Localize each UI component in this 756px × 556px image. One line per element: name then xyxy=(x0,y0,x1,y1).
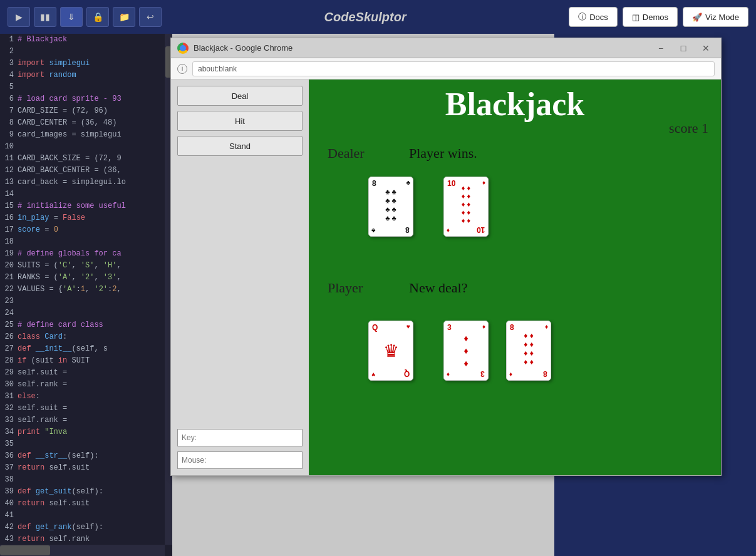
browser-titlebar: Blackjack - Google Chrome − □ ✕ xyxy=(171,38,721,58)
browser-title: Blackjack - Google Chrome xyxy=(194,43,647,53)
docs-button[interactable]: ⓘ Docs xyxy=(569,7,618,27)
undo-button[interactable]: ↩ xyxy=(139,7,162,27)
controls-panel: Deal Hit Stand xyxy=(171,80,309,475)
code-content: 1# Blackjack 2 3import simplegui 4import… xyxy=(0,34,172,545)
stand-button[interactable]: Stand xyxy=(177,136,303,156)
close-button[interactable]: ✕ xyxy=(697,42,715,54)
dealer-label: Dealer xyxy=(328,145,365,162)
app-container: ▶ ▮▮ ⇓ 🔒 📁 ↩ CodeSkulptor ⓘ Docs ◫ Demos… xyxy=(0,0,756,556)
dealer-card-2: 10 ♦ ♦♦ ♦♦ ♦♦ ♦♦ ♦ 10 ♦ ♦ xyxy=(443,177,489,237)
play-button[interactable]: ▶ xyxy=(8,7,30,27)
player-card-1: Q ♛ Q ♥ ♥ xyxy=(368,321,413,381)
info-icon: ⓘ xyxy=(578,11,586,23)
horizontal-scrollbar[interactable] xyxy=(0,545,165,556)
dealer-card-1: 8 ♣ ♣♣ ♣♣ ♣♣ ♣ 8 ♣ ♣ xyxy=(368,177,413,237)
key-field[interactable] xyxy=(177,429,303,446)
toolbar-right: ⓘ Docs ◫ Demos 🚀 Viz Mode xyxy=(569,7,748,27)
player-wins-label: Player wins. xyxy=(409,145,477,162)
demos-icon: ◫ xyxy=(632,13,639,22)
viz-mode-button[interactable]: 🚀 Viz Mode xyxy=(683,7,748,27)
app-title: CodeSkulptor xyxy=(165,10,565,24)
game-title: Blackjack xyxy=(309,86,721,123)
maximize-button[interactable]: □ xyxy=(675,42,692,54)
deal-button[interactable]: Deal xyxy=(177,86,303,106)
hit-button[interactable]: Hit xyxy=(177,111,303,131)
browser-controls: − □ ✕ xyxy=(652,42,715,54)
new-deal-label: New deal? xyxy=(409,280,467,296)
score-text: score 1 xyxy=(669,120,708,136)
address-bar[interactable] xyxy=(192,61,715,76)
player-card-2: 3 ♦♦♦ 3 ♦ ♦ xyxy=(443,321,489,381)
browser-window: Blackjack - Google Chrome − □ ✕ i Deal H… xyxy=(170,38,722,476)
upload-button[interactable]: 🔒 xyxy=(86,7,109,27)
browser-addressbar: i xyxy=(171,58,721,80)
player-label: Player xyxy=(328,280,363,296)
toolbar: ▶ ▮▮ ⇓ 🔒 📁 ↩ CodeSkulptor ⓘ Docs ◫ Demos… xyxy=(0,0,756,34)
browser-body: Deal Hit Stand Blackjack score 1 Dealer … xyxy=(171,80,721,475)
chrome-icon xyxy=(177,43,189,54)
code-editor[interactable]: 1# Blackjack 2 3import simplegui 4import… xyxy=(0,34,172,556)
download-button[interactable]: ⇓ xyxy=(60,7,83,27)
viz-icon: 🚀 xyxy=(692,13,702,22)
info-icon: i xyxy=(177,64,187,74)
minimize-button[interactable]: − xyxy=(652,42,670,54)
game-canvas: Blackjack score 1 Dealer Player wins. 8 … xyxy=(309,80,721,475)
mouse-field[interactable] xyxy=(177,451,303,469)
folder-button[interactable]: 📁 xyxy=(113,7,135,27)
player-card-3: 8 ♦ ♦♦ ♦♦ ♦♦ ♦ 8 ♦ ♦ xyxy=(506,321,551,381)
demos-button[interactable]: ◫ Demos xyxy=(623,7,678,27)
save-button[interactable]: ▮▮ xyxy=(34,7,56,27)
